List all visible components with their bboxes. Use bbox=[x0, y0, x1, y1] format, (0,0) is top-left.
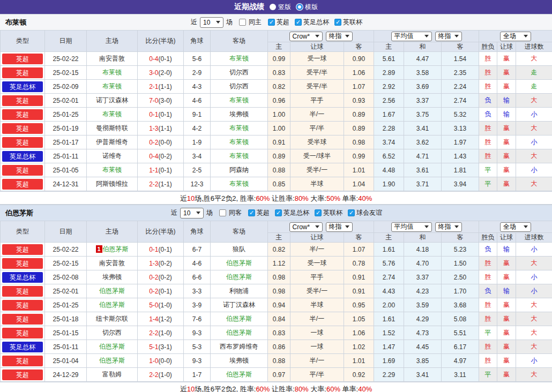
full-match-select[interactable]: 全场 bbox=[500, 222, 531, 232]
handicap-home-odds: 0.98 bbox=[268, 270, 290, 284]
avg-home-odds: 3.74 bbox=[374, 135, 404, 149]
score-cell: 5-0(1-0) bbox=[138, 298, 184, 312]
home-team-cell: 诺丁汉森林 bbox=[87, 94, 138, 108]
average-select[interactable]: 平均值 bbox=[391, 222, 432, 232]
league-badge: 英超 bbox=[2, 179, 43, 190]
away-team-name: 诺丁汉森林 bbox=[223, 301, 255, 308]
home-team-name: 布莱顿 bbox=[102, 69, 122, 76]
league-checkbox-label: 英联杯 bbox=[323, 208, 342, 217]
fulltime-score: 0-1 bbox=[149, 111, 158, 118]
avg-away-odds: 2.50 bbox=[442, 270, 479, 284]
goals-result-cell: 小 bbox=[516, 108, 552, 122]
league-checkbox[interactable]: ✓ bbox=[348, 209, 355, 216]
match-row: 英超25-01-04伯恩茅斯1-0(0-0)9-3埃弗顿0.88半/一1.011… bbox=[1, 354, 552, 368]
final-odds-select[interactable]: 终指 bbox=[326, 32, 353, 41]
average-select-value: 平均值 bbox=[394, 222, 414, 231]
column-header: 比分(半场) bbox=[138, 31, 184, 52]
vertical-layout-radio[interactable]: 竖版 bbox=[270, 3, 291, 12]
goals-result-cell: 小 bbox=[516, 135, 552, 149]
handicap-line: 一球 bbox=[290, 326, 344, 340]
goals-result-cell: 大 bbox=[516, 149, 552, 163]
avg-draw-odds: 3.85 bbox=[404, 354, 442, 368]
avg-away-odds: 3.11 bbox=[442, 368, 479, 382]
home-team-name: 伊普斯维奇 bbox=[96, 138, 128, 146]
away-team-cell: 切尔西 bbox=[211, 66, 268, 80]
league-badge: 英超 bbox=[2, 54, 43, 64]
away-team-name: 埃弗顿 bbox=[229, 357, 249, 364]
corner-cell: 7-6 bbox=[184, 312, 211, 326]
league-badge: 英超 bbox=[2, 123, 43, 134]
score-cell: 0-4(0-1) bbox=[138, 52, 184, 66]
column-header: 主 bbox=[374, 42, 404, 52]
goals-result-cell: 大 bbox=[516, 340, 552, 354]
avg-home-odds: 1.61 bbox=[374, 312, 404, 326]
league-checkbox[interactable]: ✓ bbox=[334, 19, 341, 26]
away-team-name: 伯恩茅斯 bbox=[226, 259, 252, 267]
fulltime-score: 1-4 bbox=[149, 315, 158, 323]
handicap-result-cell: 输 bbox=[497, 94, 516, 108]
final-odds-select-2[interactable]: 终指 bbox=[435, 32, 462, 41]
league-cell: 英足总杯 bbox=[1, 270, 45, 284]
match-row: 英超25-02-15布莱顿3-0(2-0)2-9切尔西0.83受平/半1.062… bbox=[1, 66, 552, 80]
league-checkbox-label: 英超 bbox=[277, 18, 289, 27]
score-cell: 0-4(0-2) bbox=[138, 149, 184, 163]
final-odds-select[interactable]: 终指 bbox=[326, 222, 353, 232]
avg-home-odds: 5.61 bbox=[374, 52, 404, 66]
date-cell: 25-02-15 bbox=[45, 257, 87, 270]
avg-draw-odds: 4.47 bbox=[404, 52, 442, 66]
match-row: 英超25-02-221伯恩茅斯0-1(0-1)6-7狼队0.82半/一1.071… bbox=[1, 243, 552, 257]
handicap-away-odds: 1.07 bbox=[344, 80, 374, 94]
league-checkbox[interactable]: ✓ bbox=[275, 209, 282, 216]
date-cell: 25-01-17 bbox=[45, 135, 87, 149]
league-badge: 英超 bbox=[2, 300, 43, 311]
summary-part: 场,胜6平2负2, 胜率: bbox=[195, 385, 256, 392]
away-team-cell: 布莱顿 bbox=[211, 149, 268, 163]
goals-result-cell: 大 bbox=[516, 52, 552, 66]
corner-cell: 4-3 bbox=[184, 80, 211, 94]
horizontal-layout-radio[interactable]: 横版 bbox=[296, 3, 318, 12]
result-cell: 平 bbox=[479, 163, 497, 177]
home-team-name: 切尔西 bbox=[102, 329, 122, 336]
result-cell: 胜 bbox=[479, 149, 497, 163]
same-side-checkbox[interactable] bbox=[219, 209, 226, 216]
handicap-result-cell: 赢 bbox=[497, 177, 516, 191]
league-checkbox[interactable]: ✓ bbox=[248, 209, 255, 216]
league-checkbox[interactable]: ✓ bbox=[295, 19, 302, 26]
average-select[interactable]: 平均值 bbox=[391, 32, 432, 41]
handicap-away-odds: 0.89 bbox=[344, 108, 374, 122]
date-cell: 25-01-11 bbox=[45, 340, 87, 354]
halftime-score: (0-1) bbox=[159, 111, 172, 118]
handicap-result-cell: 输 bbox=[497, 243, 516, 257]
league-checkbox[interactable]: ✓ bbox=[315, 209, 322, 216]
date-cell: 25-01-25 bbox=[45, 298, 87, 312]
bookmaker-select[interactable]: Crow* bbox=[289, 32, 323, 41]
halftime-score: (1-1) bbox=[159, 180, 172, 188]
league-checkbox[interactable]: ✓ bbox=[268, 19, 275, 26]
away-team-name: 伯恩茅斯 bbox=[226, 273, 252, 281]
chevron-down-icon bbox=[524, 35, 528, 37]
final-odds-select-2[interactable]: 终指 bbox=[435, 222, 462, 232]
chevron-down-icon bbox=[196, 212, 200, 214]
column-header: 让球 bbox=[497, 233, 516, 243]
match-row: 英超25-02-01诺丁汉森林7-0(3-0)4-6布莱顿0.96平手0.932… bbox=[1, 94, 552, 108]
match-count-select[interactable]: 10 bbox=[180, 208, 204, 218]
match-row: 英超25-02-15南安普敦1-3(0-2)4-6伯恩茅斯1.12受一球0.78… bbox=[1, 257, 552, 270]
away-team-name: 切尔西 bbox=[229, 69, 249, 76]
goals-result-cell: 走 bbox=[516, 66, 552, 80]
away-team-cell: 伯恩茅斯 bbox=[211, 368, 268, 382]
handicap-away-odds: 0.93 bbox=[344, 94, 374, 108]
home-team-name: 布莱顿 bbox=[102, 110, 122, 118]
date-cell: 25-02-01 bbox=[45, 284, 87, 298]
away-team-cell: 伯恩茅斯 bbox=[211, 312, 268, 326]
handicap-away-odds: 1.07 bbox=[344, 243, 374, 257]
full-match-select[interactable]: 全场 bbox=[500, 32, 531, 41]
same-side-checkbox[interactable] bbox=[239, 19, 246, 26]
bookmaker-select[interactable]: Crow* bbox=[289, 222, 323, 232]
corner-cell: 4-6 bbox=[184, 257, 211, 270]
away-team-cell: 诺丁汉森林 bbox=[211, 298, 268, 312]
chevron-down-icon bbox=[524, 225, 528, 228]
league-cell: 英足总杯 bbox=[1, 340, 45, 354]
avg-draw-odds: 4.18 bbox=[404, 243, 442, 257]
corner-cell: 9-3 bbox=[184, 326, 211, 340]
match-count-select[interactable]: 10 bbox=[200, 17, 223, 28]
